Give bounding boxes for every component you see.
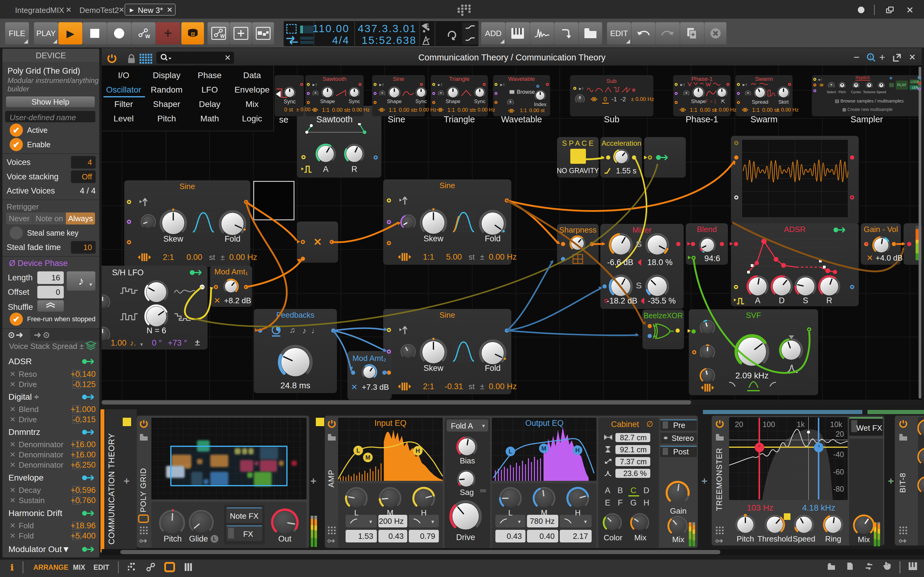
svg-text:W: W bbox=[220, 34, 225, 39]
svg-text:W: W bbox=[145, 34, 150, 39]
svg-text:1: 1 bbox=[869, 55, 872, 60]
